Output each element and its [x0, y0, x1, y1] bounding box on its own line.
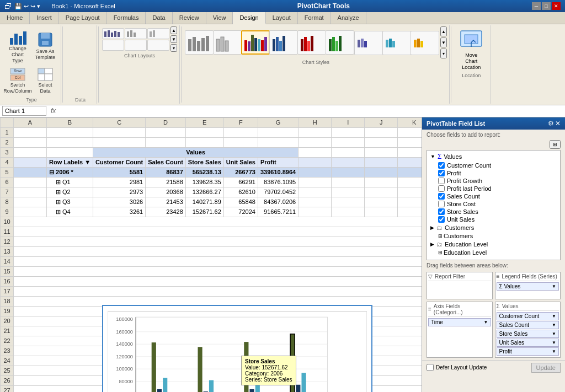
- tab-view[interactable]: View: [206, 12, 233, 24]
- minimize-btn[interactable]: ─: [532, 2, 541, 10]
- axis-time-item[interactable]: Time ▼: [428, 318, 491, 326]
- style-scroll-up[interactable]: ▲: [440, 26, 447, 36]
- field-profit-growth[interactable]: Profit Growth: [437, 177, 559, 185]
- style-scroll-down[interactable]: ▼: [440, 37, 447, 47]
- layout-5[interactable]: [125, 40, 147, 51]
- defer-layout-check[interactable]: Defer Layout Update: [427, 364, 487, 371]
- legend-values-item[interactable]: Σ Values ▼: [497, 282, 559, 291]
- education-expand[interactable]: ▶ 🗂 Education Level: [428, 240, 559, 249]
- field-store-cost[interactable]: Store Cost: [437, 200, 559, 208]
- close-btn[interactable]: ✕: [552, 2, 561, 10]
- move-chart-button[interactable]: MoveChartLocation: [456, 26, 486, 72]
- checkbox-sales-count[interactable]: [438, 193, 445, 200]
- style-1[interactable]: [185, 30, 214, 55]
- col-g[interactable]: G: [258, 117, 298, 127]
- field-unit-sales[interactable]: Unit Sales: [437, 216, 559, 223]
- svg-rect-32: [221, 37, 224, 51]
- layout-3[interactable]: [147, 28, 169, 39]
- maximize-btn[interactable]: □: [542, 2, 551, 10]
- pivot-options-icon[interactable]: ⚙: [548, 120, 554, 127]
- update-button[interactable]: Update: [531, 363, 561, 373]
- field-customer-count[interactable]: Customer Count: [437, 162, 559, 169]
- tab-analyze[interactable]: Analyze: [331, 12, 366, 24]
- spreadsheet[interactable]: A B C D E F G H I J K 1: [0, 117, 422, 392]
- col-k[interactable]: K: [398, 117, 422, 127]
- layout-4[interactable]: [102, 40, 124, 51]
- layout-more[interactable]: ▾: [170, 44, 177, 52]
- field-sales-count[interactable]: Sales Count: [437, 192, 559, 200]
- sigma-values-icon: Σ: [497, 303, 500, 309]
- name-box[interactable]: [2, 106, 46, 116]
- svg-rect-43: [279, 41, 282, 51]
- checkbox-profit-growth[interactable]: [438, 178, 445, 184]
- values-expand[interactable]: ▼ Σ Values: [428, 152, 559, 162]
- tab-layout[interactable]: Layout: [266, 12, 298, 24]
- customers-expand[interactable]: ▶ 🗂 Customers: [428, 223, 559, 232]
- field-store-sales[interactable]: Store Sales: [437, 208, 559, 216]
- style-6[interactable]: [326, 30, 354, 55]
- style-3[interactable]: [241, 30, 270, 55]
- svg-rect-44: [282, 36, 285, 51]
- checkbox-store-sales[interactable]: [438, 208, 445, 215]
- style-5[interactable]: [297, 30, 326, 55]
- col-c[interactable]: C: [93, 117, 146, 127]
- col-a[interactable]: A: [14, 117, 47, 127]
- pivot-fields-section: Choose fields to add to report: ⊞ ▼ Σ Va…: [422, 130, 565, 262]
- layout-2[interactable]: [125, 28, 147, 39]
- save-as-template-button[interactable]: Save AsTemplate: [32, 29, 58, 62]
- tab-format[interactable]: Format: [298, 12, 331, 24]
- layout-scroll-down[interactable]: ▼: [170, 35, 177, 43]
- tab-page-layout[interactable]: Page Layout: [59, 12, 107, 24]
- checkbox-unit-sales[interactable]: [438, 216, 445, 223]
- axis-icon: ≡: [428, 306, 431, 312]
- col-f[interactable]: F: [223, 117, 258, 127]
- tab-data[interactable]: Data: [146, 12, 172, 24]
- values-sales-count[interactable]: Sales Count ▼: [497, 321, 559, 329]
- table-row: 12: [1, 237, 422, 246]
- pivot-view-toggle[interactable]: ⊞: [550, 140, 561, 149]
- chart-container[interactable]: Store Sales Value: 152671.62 Category: 2…: [102, 305, 372, 392]
- col-d[interactable]: D: [146, 117, 186, 127]
- formula-input[interactable]: [60, 106, 563, 116]
- select-data-button[interactable]: SelectData: [32, 65, 58, 96]
- checkbox-profit[interactable]: [438, 170, 445, 176]
- tab-design[interactable]: Design: [233, 12, 265, 24]
- col-j[interactable]: J: [365, 117, 398, 127]
- values-unit-sales[interactable]: Unit Sales ▼: [497, 339, 559, 347]
- style-8[interactable]: [382, 31, 411, 55]
- checkbox-profit-last-period[interactable]: [438, 185, 445, 192]
- pivot-close-icon[interactable]: ✕: [555, 120, 561, 127]
- values-profit[interactable]: Profit ▼: [497, 347, 559, 356]
- checkbox-customer-count[interactable]: [438, 162, 445, 169]
- layout-scroll-up[interactable]: ▲: [170, 26, 177, 34]
- checkbox-store-cost[interactable]: [438, 201, 445, 207]
- style-2[interactable]: [213, 30, 242, 55]
- switch-row-column-button[interactable]: Row Col SwitchRow/Column: [4, 65, 31, 96]
- tab-review[interactable]: Review: [173, 12, 206, 24]
- change-chart-type-button[interactable]: ChangeChart Type: [4, 26, 31, 65]
- col-b[interactable]: B: [47, 117, 93, 127]
- customers-child[interactable]: ⊞ Customers: [437, 232, 559, 240]
- tab-insert[interactable]: Insert: [30, 12, 59, 24]
- field-profit[interactable]: Profit: [437, 169, 559, 177]
- style-more[interactable]: ▾: [440, 49, 447, 58]
- style-9[interactable]: [411, 31, 439, 55]
- layout-6[interactable]: [147, 40, 169, 51]
- layout-1[interactable]: [102, 28, 124, 39]
- svg-rect-56: [386, 40, 388, 47]
- tab-home[interactable]: Home: [0, 12, 30, 24]
- pivot-fields-list[interactable]: ▼ Σ Values Customer Count Profit: [427, 150, 561, 260]
- svg-rect-60: [417, 39, 420, 47]
- style-4[interactable]: [269, 30, 298, 55]
- values-store-sales[interactable]: Store Sales ▼: [497, 330, 559, 338]
- education-child[interactable]: ⊞ Education Level: [437, 249, 559, 256]
- style-7[interactable]: [354, 31, 383, 55]
- defer-checkbox-input[interactable]: [427, 364, 434, 371]
- col-i[interactable]: I: [332, 117, 365, 127]
- values-customer-count[interactable]: Customer Count ▼: [497, 312, 559, 320]
- col-h[interactable]: H: [299, 117, 332, 127]
- col-e[interactable]: E: [185, 117, 223, 127]
- field-profit-last-period[interactable]: Profit last Period: [437, 185, 559, 192]
- bar-q1-profit: [163, 378, 167, 392]
- tab-formulas[interactable]: Formulas: [107, 12, 146, 24]
